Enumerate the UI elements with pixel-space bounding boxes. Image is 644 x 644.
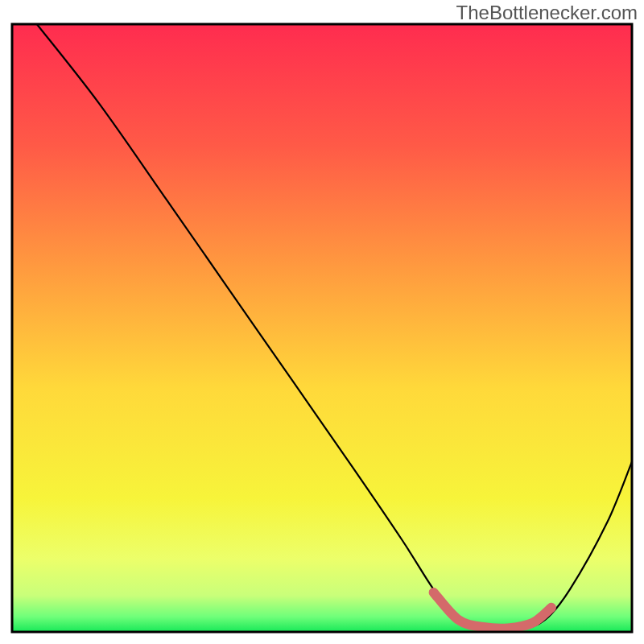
watermark-text: TheBottlenecker.com: [456, 2, 638, 24]
gradient-background: [12, 24, 632, 632]
chart-container: TheBottlenecker.com: [0, 0, 644, 644]
bottleneck-chart: [0, 0, 644, 644]
